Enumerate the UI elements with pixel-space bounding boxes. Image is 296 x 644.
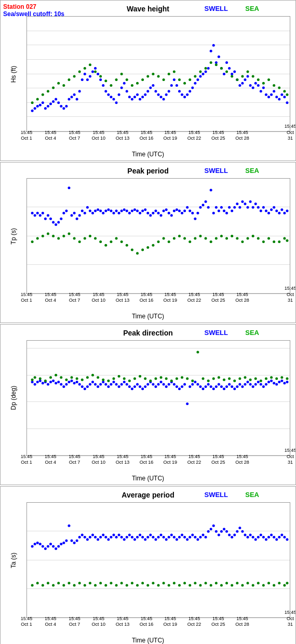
chart2-y-label: Tp (s) xyxy=(10,224,17,248)
svg-point-148 xyxy=(31,212,34,214)
chart3-area: -70 30 130 230 330 xyxy=(26,340,290,456)
svg-point-175 xyxy=(102,212,104,214)
svg-point-536 xyxy=(273,536,275,539)
svg-point-344 xyxy=(157,383,160,385)
x-tick: 15:45Oct 28 xyxy=(235,454,249,466)
svg-point-42 xyxy=(141,96,144,98)
svg-point-511 xyxy=(207,530,210,533)
svg-point-218 xyxy=(215,206,218,209)
svg-point-431 xyxy=(223,379,225,381)
chart2-sea-legend: SEA xyxy=(245,167,259,175)
svg-point-579 xyxy=(225,582,228,584)
svg-point-328 xyxy=(115,383,118,385)
svg-point-253 xyxy=(68,233,70,235)
svg-point-327 xyxy=(112,381,115,383)
svg-point-222 xyxy=(225,212,228,214)
svg-point-128 xyxy=(189,78,191,81)
svg-point-9 xyxy=(55,98,57,101)
svg-point-118 xyxy=(136,82,139,85)
svg-point-198 xyxy=(163,209,165,212)
svg-point-129 xyxy=(194,75,196,77)
x-tick: 15:45Oct 10 xyxy=(91,454,105,466)
svg-point-147 xyxy=(286,93,288,96)
svg-point-368 xyxy=(220,385,223,388)
svg-point-17 xyxy=(76,98,78,101)
svg-point-63 xyxy=(196,78,199,81)
svg-point-172 xyxy=(94,209,97,212)
svg-point-458 xyxy=(68,525,70,527)
svg-point-419 xyxy=(160,376,163,379)
svg-point-165 xyxy=(76,218,78,220)
svg-point-37 xyxy=(128,96,131,98)
svg-point-5 xyxy=(44,107,47,110)
svg-point-182 xyxy=(120,209,123,212)
svg-point-69 xyxy=(212,44,215,47)
svg-point-472 xyxy=(104,536,107,539)
svg-point-291 xyxy=(267,237,270,239)
svg-point-363 xyxy=(207,383,210,385)
svg-point-195 xyxy=(154,209,157,212)
svg-point-491 xyxy=(154,538,157,541)
svg-point-588 xyxy=(273,584,275,587)
svg-point-518 xyxy=(225,530,228,533)
x-tick: 15:45Oct 1 xyxy=(21,292,33,304)
svg-point-537 xyxy=(275,538,278,541)
svg-point-10 xyxy=(57,101,60,104)
svg-point-44 xyxy=(146,90,149,92)
x-tick: 15:45Oct 13 xyxy=(116,130,130,142)
svg-point-400 xyxy=(60,376,62,379)
svg-point-126 xyxy=(178,78,181,81)
svg-point-109 xyxy=(89,63,91,66)
svg-point-171 xyxy=(91,212,94,214)
svg-point-469 xyxy=(97,538,99,541)
svg-point-444 xyxy=(31,545,34,547)
svg-point-99 xyxy=(36,98,39,101)
svg-point-526 xyxy=(247,536,249,539)
chart2-swell-legend: SWELL xyxy=(205,167,228,175)
svg-point-257 xyxy=(89,235,91,237)
svg-point-468 xyxy=(94,536,97,539)
svg-point-299 xyxy=(39,380,42,382)
chart1-dots xyxy=(27,17,290,131)
svg-point-556 xyxy=(104,584,107,587)
svg-point-443 xyxy=(286,377,288,380)
svg-point-245 xyxy=(286,209,288,212)
svg-point-209 xyxy=(191,212,194,214)
svg-point-85 xyxy=(254,82,257,85)
svg-point-439 xyxy=(265,377,267,380)
svg-point-204 xyxy=(178,209,181,212)
svg-point-305 xyxy=(55,382,57,384)
x-tick: 15:45Oct 10 xyxy=(91,130,105,142)
svg-point-6 xyxy=(47,105,49,108)
peak-period-chart: Peak period SWELL SEA Tp (s) 0 5 10 15 2… xyxy=(0,162,296,323)
svg-point-73 xyxy=(223,73,225,75)
svg-point-177 xyxy=(107,208,110,211)
svg-point-115 xyxy=(120,73,123,75)
x-tick: 15:45Oct 25 xyxy=(211,616,225,628)
svg-point-50 xyxy=(163,98,165,101)
svg-point-263 xyxy=(120,240,123,243)
x-tick: 15:45Oct 28 xyxy=(235,292,249,304)
svg-point-215 xyxy=(207,206,210,209)
svg-point-217 xyxy=(212,212,215,214)
svg-point-309 xyxy=(65,383,68,385)
svg-point-551 xyxy=(78,582,81,584)
svg-point-415 xyxy=(139,375,141,378)
svg-point-58 xyxy=(183,96,186,98)
x-tick: 15:45Oct 31 xyxy=(285,286,296,304)
svg-point-506 xyxy=(194,536,196,539)
svg-point-372 xyxy=(231,385,233,388)
svg-point-383 xyxy=(260,383,262,385)
x-tick: 15:45Oct 7 xyxy=(69,616,80,628)
svg-point-424 xyxy=(186,377,189,380)
svg-point-234 xyxy=(257,206,260,209)
svg-point-490 xyxy=(152,536,154,539)
x-tick: 15:45Oct 22 xyxy=(187,130,201,142)
svg-point-508 xyxy=(199,536,201,539)
svg-point-228 xyxy=(241,200,244,203)
svg-point-275 xyxy=(183,237,186,239)
svg-point-416 xyxy=(144,377,146,380)
chart4-sea-legend: SEA xyxy=(245,491,259,499)
svg-point-155 xyxy=(49,218,52,220)
svg-point-411 xyxy=(118,375,120,378)
